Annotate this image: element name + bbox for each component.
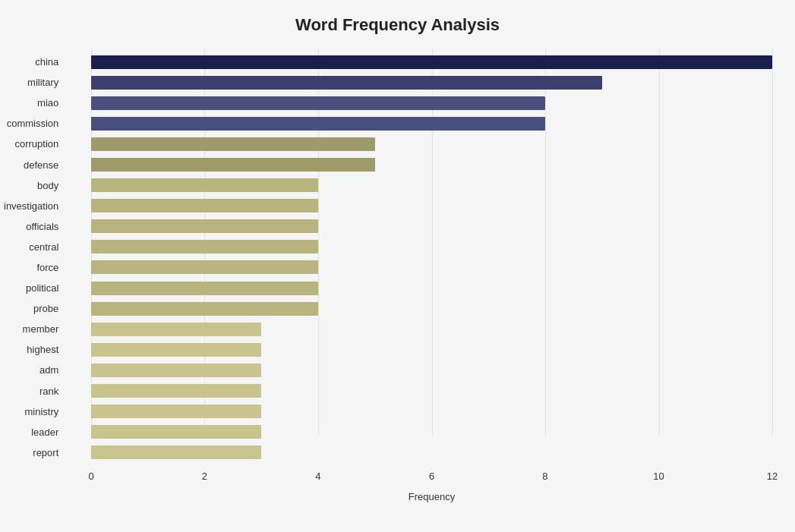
- y-label: defense: [4, 156, 65, 173]
- bar: [91, 405, 261, 418]
- bar-row: [91, 74, 772, 91]
- bar: [91, 343, 261, 357]
- bar-row: [91, 280, 772, 297]
- y-label: highest: [4, 342, 65, 358]
- y-label: adm: [4, 362, 65, 379]
- chart-area: chinamilitarymiaocommissioncorruptiondef…: [91, 49, 772, 496]
- bar-row: [91, 115, 772, 132]
- chart-title: Word Frequency Analysis: [23, 15, 772, 35]
- y-label: central: [4, 238, 65, 255]
- bar-row: [91, 403, 772, 420]
- bar: [91, 240, 318, 253]
- bar-row: [91, 238, 772, 255]
- x-axis: 024681012Frequency: [91, 466, 772, 496]
- bar-row: [91, 444, 772, 461]
- y-label: officials: [4, 218, 65, 235]
- bar: [91, 96, 545, 110]
- bar: [91, 384, 261, 398]
- bar-row: [91, 321, 772, 338]
- bar-row: [91, 301, 772, 317]
- y-label: miao: [4, 95, 65, 112]
- bar-row: [91, 362, 772, 379]
- bar-row: [91, 342, 772, 358]
- bar-row: [91, 382, 772, 399]
- bar: [91, 323, 261, 336]
- bar: [91, 364, 261, 377]
- bar: [91, 117, 545, 131]
- y-label: investigation: [4, 197, 65, 214]
- y-label: probe: [4, 301, 65, 317]
- y-label: force: [4, 259, 65, 275]
- y-label: rank: [4, 382, 65, 399]
- grid-line: [772, 49, 773, 436]
- y-label: body: [4, 177, 65, 194]
- bar: [91, 425, 261, 439]
- x-tick: 12: [767, 471, 778, 482]
- y-label: ministry: [4, 403, 65, 420]
- bar-row: [91, 259, 772, 275]
- bar-row: [91, 197, 772, 214]
- bar: [91, 55, 772, 69]
- y-label: military: [4, 74, 65, 91]
- bar-row: [91, 177, 772, 194]
- y-label: political: [4, 280, 65, 297]
- chart-container: Word Frequency Analysis chinamilitarymia…: [0, 0, 795, 532]
- bar: [91, 137, 375, 151]
- bar: [91, 158, 375, 172]
- bar: [91, 178, 318, 192]
- x-tick: 10: [653, 471, 664, 482]
- bar-row: [91, 95, 772, 112]
- y-label: report: [4, 444, 65, 461]
- bar: [91, 76, 602, 90]
- y-axis-labels: chinamilitarymiaocommissioncorruptiondef…: [4, 49, 65, 466]
- y-label: china: [4, 54, 65, 71]
- bar: [91, 445, 261, 459]
- bar: [91, 199, 318, 212]
- bars-container: [91, 49, 772, 466]
- bar: [91, 302, 318, 316]
- y-label: corruption: [4, 136, 65, 153]
- bar-row: [91, 156, 772, 173]
- y-label: member: [4, 321, 65, 338]
- bar-row: [91, 423, 772, 440]
- x-tick: 6: [429, 471, 434, 482]
- bar: [91, 219, 318, 233]
- y-label: leader: [4, 423, 65, 440]
- bar-row: [91, 218, 772, 235]
- x-tick: 0: [88, 471, 93, 482]
- y-label: commission: [4, 115, 65, 132]
- x-axis-label: Frequency: [409, 491, 455, 502]
- bar-row: [91, 136, 772, 153]
- x-tick: 4: [315, 471, 320, 482]
- x-tick: 2: [202, 471, 207, 482]
- bar: [91, 260, 318, 274]
- bar: [91, 282, 318, 295]
- bar-row: [91, 54, 772, 71]
- x-tick: 8: [542, 471, 547, 482]
